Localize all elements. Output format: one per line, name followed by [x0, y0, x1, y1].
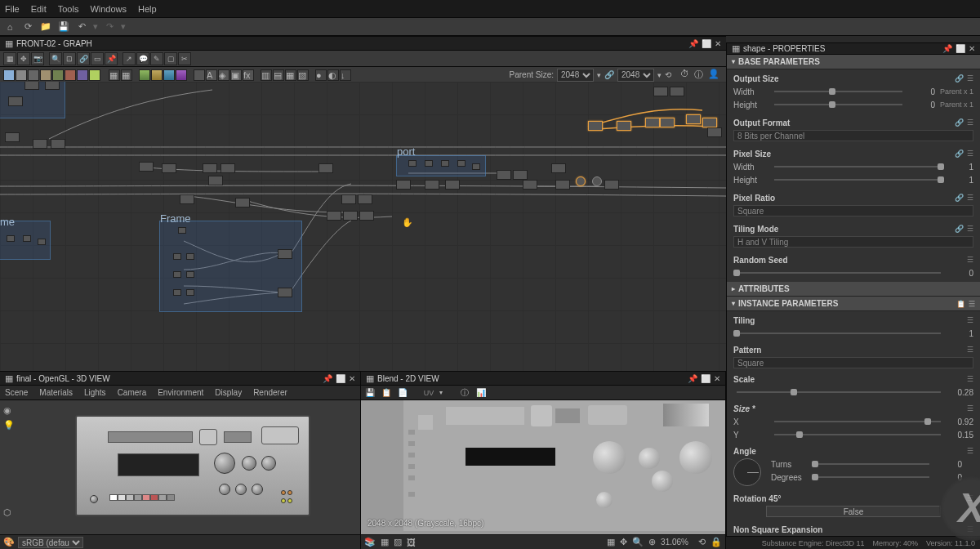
- node[interactable]: [38, 239, 46, 245]
- tool-camera-icon[interactable]: 📷: [31, 52, 44, 65]
- degrees-slider[interactable]: [815, 476, 929, 478]
- atomic-svg-icon[interactable]: ◈: [218, 69, 229, 81]
- link-icon[interactable]: 🔗: [955, 74, 964, 83]
- layout-3-icon[interactable]: ▦: [285, 69, 296, 81]
- open-icon[interactable]: 📁: [39, 20, 52, 33]
- tool-link-icon[interactable]: 🔗: [77, 52, 90, 65]
- viewport-2d[interactable]: 2048 x 2048 (Grayscale, 16bpc): [361, 400, 725, 534]
- tool-route-icon[interactable]: ↗: [122, 52, 136, 65]
- swatch-3[interactable]: [28, 69, 39, 81]
- close-icon[interactable]: ✕: [714, 374, 720, 383]
- copy-icon[interactable]: 📋: [956, 300, 965, 308]
- menu-icon[interactable]: ☰: [967, 256, 973, 264]
- menu-camera[interactable]: Camera: [118, 388, 147, 397]
- graph-canvas[interactable]: me port Frame: [0, 82, 726, 371]
- uv-icon[interactable]: UV: [423, 387, 434, 399]
- close-icon[interactable]: ✕: [349, 374, 355, 383]
- px-height-slider[interactable]: [774, 179, 941, 181]
- pin-icon[interactable]: 📌: [688, 374, 697, 383]
- node[interactable]: [173, 289, 181, 296]
- layout-4-icon[interactable]: ▧: [297, 69, 309, 81]
- node[interactable]: [327, 211, 341, 221]
- atomic-bitmap-icon[interactable]: ▣: [230, 69, 242, 81]
- parent-size-height[interactable]: 2048: [617, 69, 654, 82]
- undo-icon[interactable]: ↶: [75, 20, 88, 33]
- menu-tools[interactable]: Tools: [58, 4, 79, 14]
- node[interactable]: [139, 162, 154, 172]
- tiling-mode-dropdown[interactable]: H and V Tiling: [733, 236, 973, 248]
- node[interactable]: [359, 211, 374, 221]
- node[interactable]: [645, 118, 660, 127]
- node[interactable]: [555, 180, 570, 190]
- node[interactable]: [45, 82, 60, 90]
- node[interactable]: [408, 160, 416, 167]
- redo-icon[interactable]: ↷: [103, 20, 116, 33]
- close-icon[interactable]: ✕: [715, 39, 721, 48]
- rotation45-button[interactable]: False: [766, 506, 941, 517]
- node[interactable]: [5, 132, 20, 142]
- tool-edit-icon[interactable]: ✎: [150, 52, 163, 65]
- node[interactable]: [203, 163, 217, 173]
- pattern-dropdown[interactable]: Square: [733, 357, 973, 368]
- pin-icon[interactable]: 📌: [323, 374, 332, 383]
- size-y-slider[interactable]: [774, 434, 941, 435]
- viewport-3d[interactable]: ◉ 💡 ⬡: [0, 400, 360, 534]
- pan-icon[interactable]: ✥: [620, 537, 627, 547]
- tool-fit-icon[interactable]: ⊡: [63, 52, 76, 65]
- node[interactable]: [8, 96, 23, 106]
- node[interactable]: [653, 87, 668, 96]
- tiling-slider[interactable]: [737, 333, 941, 334]
- node-selected[interactable]: [576, 176, 586, 186]
- parent-size-width[interactable]: 2048: [557, 69, 594, 82]
- swatch-1[interactable]: [3, 69, 15, 81]
- node[interactable]: [180, 194, 194, 204]
- close-icon[interactable]: ✕: [969, 44, 975, 53]
- node[interactable]: [186, 253, 194, 260]
- node[interactable]: [235, 198, 250, 208]
- link-size-icon[interactable]: 🔗: [604, 70, 614, 79]
- menu-file[interactable]: File: [5, 4, 20, 14]
- lock-icon[interactable]: 🔒: [710, 537, 722, 547]
- swatch-4[interactable]: [40, 69, 51, 81]
- node[interactable]: [358, 194, 372, 204]
- copy-icon[interactable]: 📋: [381, 387, 392, 399]
- menu-icon[interactable]: ☰: [967, 494, 973, 502]
- node[interactable]: [33, 139, 47, 149]
- output-format-dropdown[interactable]: 8 Bits per Channel: [733, 130, 973, 141]
- refresh-icon[interactable]: ⟳: [21, 20, 34, 33]
- gradient-2[interactable]: [151, 69, 163, 81]
- swatch-8[interactable]: [89, 69, 100, 81]
- node[interactable]: [445, 180, 460, 190]
- paste-icon[interactable]: 📄: [397, 387, 408, 399]
- maximize-icon[interactable]: ⬜: [701, 374, 710, 383]
- node[interactable]: [523, 180, 537, 190]
- maximize-icon[interactable]: ⬜: [336, 374, 345, 383]
- angle-dial[interactable]: [733, 458, 761, 486]
- grid-icon[interactable]: ▦: [607, 537, 615, 547]
- size-x-slider[interactable]: [774, 421, 941, 422]
- link-icon[interactable]: 🔗: [955, 194, 964, 202]
- gradient-3[interactable]: [163, 69, 175, 81]
- node[interactable]: [588, 121, 603, 131]
- menu-icon[interactable]: ☰: [967, 316, 973, 324]
- save-icon[interactable]: 💾: [57, 20, 70, 33]
- height-slider[interactable]: [774, 104, 902, 105]
- maximize-icon[interactable]: ⬜: [702, 39, 711, 48]
- section-instance-params[interactable]: ▾ INSTANCE PARAMETERS 📋☰: [727, 297, 980, 311]
- zoom-tool-icon[interactable]: 🔍: [632, 537, 644, 547]
- menu-icon[interactable]: ☰: [967, 375, 973, 383]
- node[interactable]: [7, 235, 15, 242]
- node[interactable]: [173, 253, 181, 260]
- menu-edit[interactable]: Edit: [31, 4, 47, 14]
- link-icon[interactable]: 🔗: [955, 150, 964, 158]
- node[interactable]: [457, 160, 466, 167]
- menu-icon[interactable]: ☰: [967, 225, 973, 233]
- node[interactable]: [23, 235, 31, 242]
- pin-icon[interactable]: 📌: [688, 39, 698, 48]
- menu-icon[interactable]: ☰: [967, 404, 973, 413]
- menu-icon[interactable]: ☰: [967, 74, 973, 83]
- atomic-text-icon[interactable]: A: [206, 69, 217, 81]
- lut-icon[interactable]: 🖼: [407, 538, 416, 547]
- width-slider[interactable]: [774, 91, 902, 92]
- display-1-icon[interactable]: ●: [315, 69, 327, 81]
